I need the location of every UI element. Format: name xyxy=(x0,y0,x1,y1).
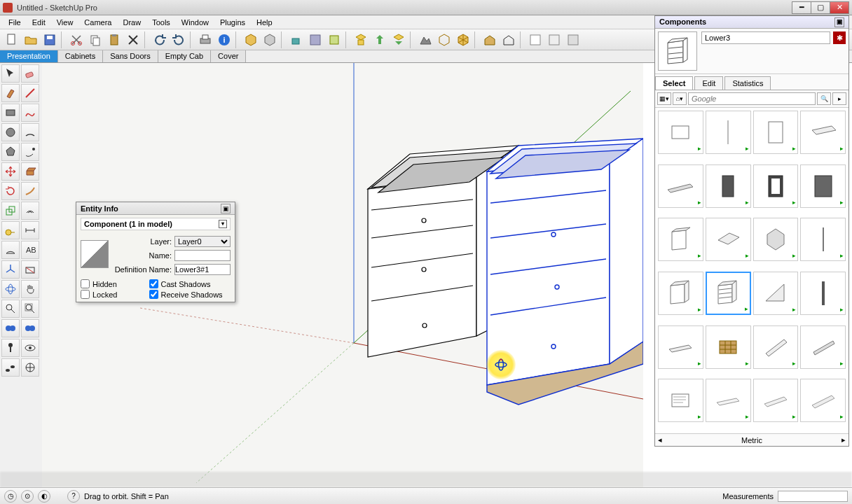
tape-tool[interactable] xyxy=(1,221,20,239)
position-camera-tool[interactable] xyxy=(1,339,20,357)
scale-tool[interactable] xyxy=(1,202,20,220)
toggle-terrain-button[interactable] xyxy=(435,31,453,48)
components-search-input[interactable] xyxy=(688,92,816,105)
component-edit-button[interactable] xyxy=(261,31,279,48)
text-tool[interactable]: ABC xyxy=(21,241,39,259)
sandbox-tool[interactable] xyxy=(21,358,39,377)
menu-edit[interactable]: Edit xyxy=(27,17,51,28)
send-button[interactable] xyxy=(352,31,370,48)
component-thumbnail[interactable]: ▸ xyxy=(753,218,799,261)
zoomextents-tool[interactable] xyxy=(21,300,39,318)
lookaround-tool[interactable] xyxy=(21,339,39,357)
erase-button[interactable] xyxy=(124,31,142,48)
components-panel[interactable]: Components ▣ ✱ Select Edit Statistics ▦▾… xyxy=(654,15,849,447)
component-thumbnail[interactable]: ▸ xyxy=(658,326,703,369)
menu-draw[interactable]: Draw xyxy=(117,17,146,28)
send-up-button[interactable] xyxy=(371,31,389,48)
component-thumbnail[interactable]: ▸ xyxy=(753,379,799,422)
section-button[interactable] xyxy=(325,31,343,48)
model-info-button[interactable]: i xyxy=(215,31,233,48)
window-maximize-button[interactable]: ▢ xyxy=(811,1,830,14)
component-thumbnail[interactable]: ▸ xyxy=(706,326,751,369)
dimension-tool[interactable] xyxy=(21,221,39,239)
scene-tab-cabinets[interactable]: Cabinets xyxy=(58,50,103,62)
pushpull-tool[interactable] xyxy=(21,162,39,181)
open-file-button[interactable] xyxy=(22,31,40,48)
warehouse-building-button[interactable] xyxy=(481,31,499,48)
component-thumbnail[interactable]: ▸ xyxy=(706,218,751,261)
photo-texture-button[interactable] xyxy=(454,31,472,48)
components-collapse-button[interactable]: ▣ xyxy=(834,18,844,27)
previous-view-tool[interactable] xyxy=(1,319,20,337)
menu-plugins[interactable]: Plugins xyxy=(214,17,251,28)
component-thumbnail[interactable]: ▸ xyxy=(800,272,846,315)
offset-tool[interactable] xyxy=(21,202,39,220)
circle-tool[interactable] xyxy=(1,123,20,141)
view-style1-button[interactable] xyxy=(526,31,544,48)
entity-info-panel[interactable]: Entity Info ▣ Component (1 in model) ▾ L… xyxy=(76,202,235,302)
send-out-button[interactable] xyxy=(390,31,408,48)
orbit-tool[interactable] xyxy=(1,280,20,298)
next-view-tool[interactable] xyxy=(21,319,39,337)
components-expand-button[interactable]: ▸ xyxy=(832,92,846,105)
status-help-icon[interactable]: ? xyxy=(67,490,80,503)
sectionplane-tool[interactable] xyxy=(21,260,39,279)
protractor-tool[interactable] xyxy=(1,241,20,259)
rotate-tool[interactable] xyxy=(1,182,20,200)
scene-tab-cover[interactable]: Cover xyxy=(211,50,246,62)
component-thumbnail[interactable]: ▸ xyxy=(658,272,703,315)
view-style3-button[interactable] xyxy=(564,31,582,48)
component-thumbnail[interactable]: ▸ xyxy=(658,111,703,154)
components-tab-statistics[interactable]: Statistics xyxy=(724,76,771,90)
component-thumbnail[interactable]: ▸ xyxy=(753,272,799,315)
polygon-tool[interactable] xyxy=(1,143,20,161)
entity-info-menu-button[interactable]: ▾ xyxy=(219,220,227,228)
line-tool[interactable] xyxy=(21,84,39,102)
status-credits-icon[interactable]: ⊙ xyxy=(21,490,34,503)
components-favorite-button[interactable]: ✱ xyxy=(833,31,846,44)
component-thumbnail[interactable]: ▸ xyxy=(706,272,751,315)
component-thumbnail[interactable]: ▸ xyxy=(706,379,751,422)
component-thumbnail[interactable]: ▸ xyxy=(753,164,799,208)
component-thumbnail[interactable]: ▸ xyxy=(800,326,846,369)
freehand-tool[interactable] xyxy=(21,104,39,122)
redo-button[interactable] xyxy=(170,31,188,48)
save-button[interactable] xyxy=(41,31,59,48)
definition-name-input[interactable] xyxy=(174,264,231,275)
components-name-input[interactable] xyxy=(701,31,830,44)
component-thumbnail[interactable]: ▸ xyxy=(658,218,703,261)
component-thumbnail[interactable]: ▸ xyxy=(800,218,846,261)
view-style2-button[interactable] xyxy=(545,31,563,48)
scene-tab-sans-doors[interactable]: Sans Doors xyxy=(103,50,158,62)
menu-window[interactable]: Window xyxy=(176,17,214,28)
components-nav-next-button[interactable]: ▸ xyxy=(841,435,846,444)
component-thumbnail[interactable]: ▸ xyxy=(800,111,846,154)
cast-shadows-checkbox[interactable]: Cast Shadows xyxy=(149,279,231,288)
walk-tool[interactable] xyxy=(1,358,20,377)
components-grid[interactable]: ▸▸▸▸▸▸▸▸▸▸▸▸▸▸▸▸▸▸▸▸▸▸▸▸ xyxy=(655,108,848,433)
window-minimize-button[interactable]: ━ xyxy=(792,1,811,14)
print-button[interactable] xyxy=(196,31,214,48)
rectangle-tool[interactable] xyxy=(1,104,20,122)
status-login-icon[interactable]: ◐ xyxy=(38,490,50,503)
menu-view[interactable]: View xyxy=(51,17,79,28)
status-geo-icon[interactable]: ◷ xyxy=(4,490,17,503)
entity-info-close-button[interactable]: ▣ xyxy=(221,204,231,214)
components-search-button[interactable]: 🔍 xyxy=(817,92,831,105)
new-file-button[interactable] xyxy=(3,31,21,48)
axes-tool[interactable] xyxy=(1,260,20,279)
copy-button[interactable] xyxy=(86,31,104,48)
component-thumbnail[interactable]: ▸ xyxy=(753,111,799,154)
component-thumbnail[interactable]: ▸ xyxy=(658,379,703,422)
cut-button[interactable] xyxy=(67,31,85,48)
menu-file[interactable]: File xyxy=(3,17,27,28)
layer-select[interactable]: Layer0 xyxy=(174,236,231,247)
paste-button[interactable] xyxy=(105,31,123,48)
component-thumbnail[interactable]: ▸ xyxy=(706,111,751,154)
move-tool[interactable] xyxy=(1,162,20,181)
components-home-button[interactable]: ⌂▾ xyxy=(673,92,687,105)
component-thumbnail[interactable]: ▸ xyxy=(753,326,799,369)
component-thumbnail[interactable]: ▸ xyxy=(800,379,846,422)
menu-tools[interactable]: Tools xyxy=(146,17,176,28)
locked-checkbox[interactable]: Locked xyxy=(81,290,144,299)
